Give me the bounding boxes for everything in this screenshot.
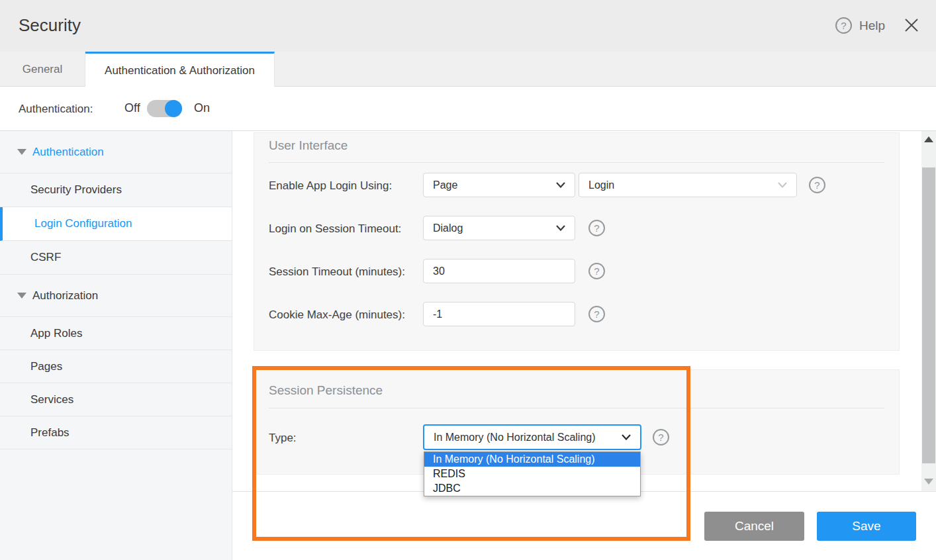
- field-label: Session Timeout (minutes):: [269, 265, 405, 279]
- authentication-toggle-row: Authentication: Off On: [0, 87, 936, 130]
- toggle-off-label: Off: [124, 101, 140, 115]
- tab-bar: General Authentication & Authorization: [0, 52, 936, 87]
- dialog-header: Security Help: [0, 0, 936, 52]
- auth-toggle-label: Authentication:: [19, 103, 93, 116]
- field-label: Login on Session Timeout:: [269, 222, 401, 236]
- help-label: Help: [859, 19, 885, 33]
- help-icon[interactable]: [588, 220, 605, 236]
- section-title: Session Persistence: [269, 383, 383, 398]
- help-icon: [835, 17, 852, 34]
- dropdown-option-in-memory[interactable]: In Memory (No Horizontal Scaling): [424, 452, 640, 467]
- scrollbar-thumb[interactable]: [922, 167, 935, 463]
- sidebar-item-services[interactable]: Services: [0, 383, 232, 416]
- collapse-arrow-icon: [17, 293, 26, 299]
- section-title: User Interface: [269, 138, 348, 153]
- sidebar-group-authorization[interactable]: Authorization: [0, 275, 232, 317]
- close-icon[interactable]: [904, 18, 919, 32]
- help-icon[interactable]: [809, 177, 825, 193]
- scroll-down-icon[interactable]: [924, 479, 933, 485]
- divider: [269, 408, 884, 408]
- dropdown-option-jdbc[interactable]: JDBC: [424, 481, 640, 496]
- security-dialog: Security Help General Authentication & A…: [0, 0, 936, 560]
- type-dropdown-list: In Memory (No Horizontal Scaling) REDIS …: [424, 451, 641, 496]
- field-label: Enable App Login Using:: [269, 179, 392, 193]
- toggle-knob-icon: [165, 100, 182, 117]
- divider: [269, 162, 884, 163]
- sidebar-item-login-configuration[interactable]: Login Configuration: [0, 207, 232, 241]
- help-button[interactable]: Help: [835, 17, 885, 34]
- sidebar-group-label: Authentication: [32, 146, 104, 159]
- chevron-down-icon: [556, 182, 565, 188]
- authentication-toggle-switch[interactable]: [147, 100, 182, 117]
- help-icon[interactable]: [588, 306, 605, 322]
- scrollbar[interactable]: [921, 131, 936, 491]
- field-label: Type:: [269, 432, 297, 445]
- chevron-down-icon: [778, 182, 787, 188]
- session-timeout-input[interactable]: [423, 259, 575, 283]
- sidebar-item-csrf[interactable]: CSRF: [0, 241, 232, 275]
- tab-authentication-authorization[interactable]: Authentication & Authorization: [85, 52, 275, 87]
- tab-general[interactable]: General: [0, 52, 85, 87]
- sidebar-item-pages[interactable]: Pages: [0, 350, 232, 383]
- login-on-session-timeout-select[interactable]: Dialog: [423, 216, 575, 240]
- sidebar-group-label: Authorization: [32, 289, 98, 303]
- session-persistence-type-select[interactable]: In Memory (No Horizontal Scaling): [423, 424, 641, 450]
- help-icon[interactable]: [653, 429, 669, 445]
- field-label: Cookie Max-Age (minutes):: [269, 308, 405, 322]
- page-title: Security: [19, 15, 81, 36]
- login-page-select[interactable]: Login: [579, 173, 797, 197]
- collapse-arrow-icon: [17, 149, 26, 155]
- help-icon[interactable]: [588, 263, 605, 279]
- dropdown-option-redis[interactable]: REDIS: [424, 467, 640, 481]
- enable-app-login-select[interactable]: Page: [423, 173, 575, 197]
- cancel-button[interactable]: Cancel: [704, 512, 804, 541]
- sidebar-item-security-providers[interactable]: Security Providers: [0, 173, 232, 207]
- sidebar-item-prefabs[interactable]: Prefabs: [0, 416, 232, 449]
- sidebar: Authentication Security Providers Login …: [0, 131, 232, 560]
- cookie-max-age-input[interactable]: [423, 302, 575, 326]
- section-user-interface: User Interface Enable App Login Using: P…: [254, 132, 900, 351]
- scroll-up-icon[interactable]: [924, 136, 933, 142]
- sidebar-item-app-roles[interactable]: App Roles: [0, 317, 232, 350]
- sidebar-group-authentication[interactable]: Authentication: [0, 131, 232, 173]
- chevron-down-icon: [556, 225, 565, 231]
- save-button[interactable]: Save: [817, 512, 916, 541]
- main-content: User Interface Enable App Login Using: P…: [232, 131, 936, 491]
- toggle-on-label: On: [194, 101, 210, 115]
- chevron-down-icon: [622, 434, 631, 440]
